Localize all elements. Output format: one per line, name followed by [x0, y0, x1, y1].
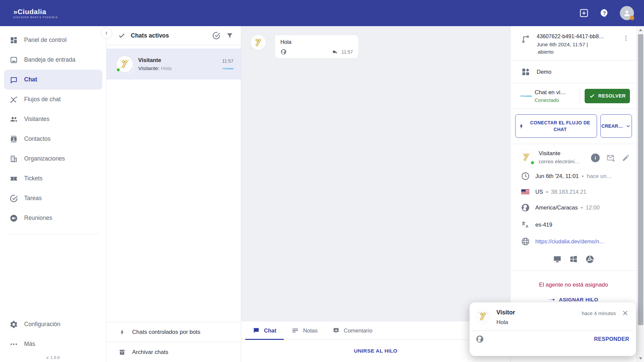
toast-close-button[interactable] [622, 310, 629, 316]
local-time: 12:00 [586, 204, 599, 211]
tab-chat[interactable]: Chat [245, 321, 284, 340]
visitor-info-button[interactable]: i [591, 154, 600, 162]
thread-status: abierto [537, 49, 620, 55]
edit-visitor-button[interactable] [622, 154, 630, 162]
chat-list-item-visitante[interactable]: Visitante Visitante: Hola 11:57 »Ciudali… [107, 49, 241, 79]
channel-name: Chat en vi… [535, 89, 575, 96]
user-avatar[interactable] [620, 6, 634, 20]
sidebar-item-tareas[interactable]: Tareas [0, 188, 106, 208]
timezone-row: America/Caracas • 12:00 [511, 199, 637, 216]
sidebar-item-chat[interactable]: Chat [4, 70, 102, 89]
status-dot [630, 16, 634, 20]
scrollbar-thumb[interactable] [638, 34, 643, 325]
channel-brand-logo: »Ciudalia [517, 95, 535, 98]
chevron-left-icon [104, 31, 109, 36]
logo-text: »Ciudalia [13, 8, 58, 16]
new-message-toast[interactable]: Visitor Hola hace 4 minutos RESPONDER [470, 302, 636, 356]
respond-button[interactable]: RESPONDER [594, 336, 629, 342]
video-meeting-icon [9, 214, 18, 223]
check-circle-icon [212, 31, 221, 40]
comment-plus-icon [332, 327, 340, 334]
help-button[interactable]: ? [600, 8, 609, 18]
sidebar-item-visitantes[interactable]: Visitantes [0, 109, 106, 129]
tab-notas[interactable]: Notas [284, 321, 325, 340]
chat-list-title: Chats activos [131, 32, 207, 39]
assign-arrow-icon [549, 296, 555, 303]
sidebar-item-tickets[interactable]: Tickets [0, 169, 106, 188]
bot-chats-label: Chats controlados por bots [132, 329, 200, 336]
sidebar-item-flujos-de-chat[interactable]: Flujos de chat [0, 89, 106, 109]
scroll-up-arrow[interactable] [637, 26, 644, 34]
resolve-button[interactable]: RESOLVER [585, 89, 630, 103]
scroll-down-arrow[interactable] [637, 355, 644, 362]
web-channel-icon [476, 335, 484, 343]
location-row: US • 38.183.214.21 [511, 185, 637, 199]
visitor-email: correo electróni… [539, 159, 586, 165]
chat-list-header: Chats activos [107, 26, 241, 45]
logo-tagline: DISCOVER WHAT'S POSSIBLE [13, 16, 58, 18]
connect-flow-button[interactable]: CONECTAR EL FLUJO DE CHAT [515, 114, 597, 138]
create-new-button[interactable] [579, 8, 589, 18]
more-dots-icon [9, 340, 18, 349]
archive-chats-row[interactable]: Archivar chats [107, 342, 241, 362]
thread-info-section: 43607622-b491-4417-bb8… June 6th 2024, 1… [511, 26, 637, 61]
join-thread-button[interactable]: UNIRSE AL HILO [354, 348, 397, 354]
reply-arrow-icon[interactable] [332, 49, 338, 55]
collapse-panel-button[interactable] [101, 27, 112, 39]
svg-text:A: A [526, 224, 528, 228]
sidebar-item-label: Configuración [24, 321, 60, 328]
web-globe-icon [521, 237, 530, 246]
chrome-icon [585, 255, 594, 264]
sidebar-item-bandeja-de-entrada[interactable]: Bandeja de entrada [0, 50, 106, 70]
dashed-divider [580, 88, 580, 103]
create-dropdown-button[interactable]: CREAR… [600, 114, 632, 138]
thread-id: 43607622-b491-4417-bb8… [537, 34, 620, 40]
chevron-down-icon [626, 123, 631, 129]
window-scrollbar[interactable] [637, 26, 644, 362]
chat-item-preview: Visitante: Hola [138, 65, 222, 71]
info-icon: i [591, 154, 600, 162]
sidebar-item-panel-de-control[interactable]: Panel de control [0, 30, 106, 50]
sidebar-item-mas[interactable]: Más [0, 334, 106, 354]
sidebar-item-organizaciones[interactable]: Organizaciones [0, 149, 106, 169]
bolt-icon [118, 329, 126, 336]
sidebar-item-label: Panel de control [24, 37, 66, 44]
incoming-message: Hola 11:57 [251, 35, 358, 58]
us-flag-icon [521, 189, 530, 195]
first-seen-relative: hace un… [587, 173, 612, 179]
visitor-avatar [117, 56, 133, 72]
filter-button[interactable] [226, 32, 233, 39]
chat-item-time: 11:57 [222, 58, 233, 64]
message-bubble: Hola 11:57 [275, 35, 358, 58]
us-flag-icon [485, 318, 493, 326]
sidebar-item-reuniones[interactable]: Reuniones [0, 208, 106, 228]
device-info-row [511, 250, 637, 271]
tab-comentario[interactable]: Comentario [325, 321, 380, 340]
sidebar-item-label: Organizaciones [24, 155, 65, 162]
sidebar-item-contactos[interactable]: Contactos [0, 129, 106, 149]
send-email-button[interactable] [606, 154, 615, 162]
sidebar-item-label: Bandeja de entrada [24, 56, 75, 63]
clock-icon [521, 172, 530, 181]
sidebar-item-label: Visitantes [24, 116, 50, 123]
chat-tab-icon [253, 327, 260, 334]
thread-menu-button[interactable] [623, 35, 629, 42]
plus-square-icon [579, 8, 589, 18]
desktop-icon [553, 255, 562, 264]
visitor-section: Visitante correo electróni… i [511, 144, 637, 168]
sidebar-item-label: Flujos de chat [24, 96, 61, 103]
bot-chats-row[interactable]: Chats controlados por bots [107, 322, 241, 342]
sidebar-item-label: Tickets [24, 175, 43, 182]
email-forward-icon [606, 154, 615, 162]
resolve-all-button[interactable] [212, 31, 221, 40]
assign-thread-button[interactable]: ASIGNAR HILO [511, 296, 637, 303]
sidebar-item-label: Contactos [24, 135, 51, 142]
agent-unassigned-warning: El agente no está asignado [511, 282, 637, 288]
web-channel-icon [280, 49, 287, 55]
toast-message: Hola [496, 319, 582, 326]
inbox-icon [9, 56, 18, 64]
toast-avatar [475, 308, 491, 324]
sidebar-item-configuracion[interactable]: Configuración [0, 314, 106, 334]
referrer-link[interactable]: https://ciudalia.dev/demo/n… [535, 239, 604, 245]
channel-brand-mark: »Ciudalia [222, 67, 233, 70]
